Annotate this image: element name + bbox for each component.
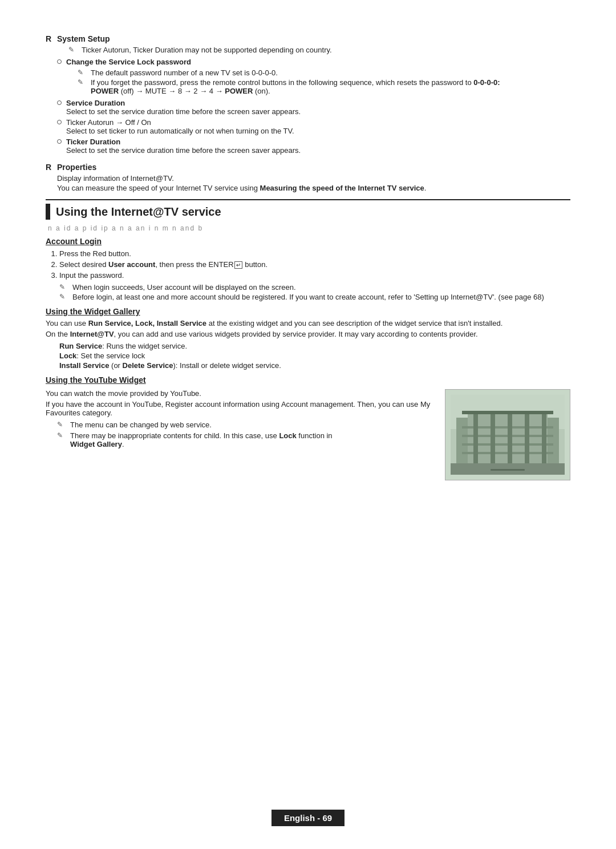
step-1: Press the Red button. — [59, 249, 570, 258]
delete-service-label: Delete Service — [123, 361, 173, 370]
install-service-label: Install Service — [59, 361, 109, 370]
ticker-duration-title: Ticker Duration — [66, 138, 120, 146]
step2-bold: User account — [108, 260, 155, 269]
change-password-row: Change the Service Lock password ✎ The d… — [57, 58, 570, 96]
svg-rect-12 — [542, 412, 546, 463]
note-icon-4: ✎ — [59, 283, 70, 291]
bullet-circle-2 — [57, 100, 62, 105]
r-icon-system: R — [46, 34, 54, 43]
widget-gallery-ref-bold: Widget Gallery — [70, 440, 122, 448]
note2-bold: 0-0-0-0: — [473, 78, 500, 87]
youtube-line2: If you have the account in YouTube, Regi… — [46, 400, 433, 417]
header-bar-accent — [46, 204, 50, 220]
youtube-note1: ✎ The menu can be changed by web service… — [57, 421, 433, 429]
garbled-line: n a id a p id ip a n a an i n m n and b — [48, 224, 570, 232]
enter-icon: ↵ — [234, 261, 242, 269]
account-login-title: Account Login — [46, 237, 570, 246]
bullet-circle-3 — [57, 120, 62, 124]
properties-line1: Display information of Internet@TV. — [57, 174, 570, 183]
svg-rect-13 — [462, 411, 553, 414]
note-icon-1: ✎ — [68, 46, 79, 54]
youtube-line1: You can watch the movie provided by YouT… — [46, 389, 433, 398]
ticker-duration-row: Ticker Duration Select to set the servic… — [57, 138, 570, 155]
account-login-steps: Press the Red button. Select desired Use… — [59, 249, 570, 280]
youtube-text-block: You can watch the movie provided by YouT… — [46, 389, 445, 450]
ticker-duration-desc: Select to set the service duration time … — [66, 146, 301, 155]
svg-rect-11 — [525, 412, 529, 463]
youtube-lock-bold: Lock — [279, 431, 296, 440]
properties-bold: Measuring the speed of the Internet TV s… — [260, 184, 424, 192]
service-duration-title: Service Duration — [66, 99, 125, 107]
widget-gallery-line1: You can use Run Service, Lock, Install S… — [46, 319, 570, 328]
change-password-note2: ✎ If you forget the password, press the … — [78, 78, 500, 95]
service-duration-desc: Select to set the service duration time … — [66, 107, 301, 116]
account-note2: ✎ Before login, at least one and more ac… — [59, 293, 570, 301]
youtube-section: You can watch the movie provided by YouT… — [46, 389, 570, 480]
system-setup-section: R System Setup ✎ Ticker Autorun, Ticker … — [46, 34, 570, 159]
note-icon-3: ✎ — [78, 78, 88, 86]
widget-gallery-bold2: Internet@TV — [70, 330, 114, 338]
run-service-line: Run Service: Runs the widget service. — [59, 342, 570, 350]
widget-gallery-line2: On the Internet@TV, you can add and use … — [46, 330, 570, 338]
lock-line: Lock: Set the service lock — [59, 351, 570, 360]
properties-line2: You can measure the speed of your Intern… — [57, 184, 570, 192]
widget-gallery-bold1: Run Service, Lock, Install Service — [88, 319, 206, 328]
svg-rect-8 — [473, 412, 478, 463]
system-setup-title: System Setup — [57, 34, 570, 43]
svg-rect-15 — [491, 469, 525, 471]
bullet-circle-1 — [57, 59, 62, 64]
ticker-autorun-label: Ticker Autorun → Off / On — [66, 118, 151, 127]
internet-tv-header: Using the Internet@TV service — [46, 199, 570, 220]
properties-section: R Properties Display information of Inte… — [46, 163, 570, 192]
properties-title: Properties — [57, 163, 570, 172]
step-2: Select desired User account, then press … — [59, 260, 570, 269]
note-icon-7: ✎ — [57, 431, 67, 439]
youtube-svg — [451, 395, 565, 475]
power-label: POWER — [91, 87, 119, 95]
internet-tv-title: Using the Internet@TV service — [56, 205, 221, 219]
run-service-label: Run Service — [59, 342, 102, 350]
youtube-note2: ✎ There may be inappropriate contents fo… — [57, 431, 433, 448]
note-icon-2: ✎ — [78, 68, 88, 76]
install-service-line: Install Service (or Delete Service): Ins… — [59, 361, 570, 370]
note-icon-6: ✎ — [57, 421, 67, 428]
lock-label: Lock — [59, 351, 76, 360]
youtube-image — [445, 389, 570, 480]
system-setup-note1: ✎ Ticker Autorun, Ticker Duration may no… — [68, 46, 570, 54]
youtube-widget-title: Using the YouTube Widget — [46, 375, 570, 385]
note-icon-5: ✎ — [59, 293, 70, 301]
footer: English - 69 — [0, 810, 616, 826]
ticker-autorun-desc: Select to set ticker to run automaticall… — [66, 127, 294, 135]
svg-rect-9 — [491, 412, 495, 463]
power-on-label: POWER — [225, 87, 253, 95]
change-password-note1: ✎ The default password number of a new T… — [78, 68, 500, 77]
ticker-autorun-row: Ticker Autorun → Off / On Select to set … — [57, 118, 570, 135]
widget-gallery-block: Using the Widget Gallery You can use Run… — [46, 307, 570, 370]
change-password-title: Change the Service Lock password — [66, 58, 191, 66]
widget-gallery-title: Using the Widget Gallery — [46, 307, 570, 316]
step-3: Input the password. — [59, 271, 570, 280]
bullet-circle-4 — [57, 139, 62, 144]
service-duration-row: Service Duration Select to set the servi… — [57, 99, 570, 116]
account-login-block: Account Login Press the Red button. Sele… — [46, 237, 570, 301]
account-note1: ✎ When login succeeds, User account will… — [59, 283, 570, 292]
footer-badge: English - 69 — [271, 810, 345, 826]
youtube-widget-block: Using the YouTube Widget You can watch t… — [46, 375, 570, 480]
r-icon-properties: R — [46, 163, 54, 172]
svg-rect-10 — [508, 412, 512, 463]
